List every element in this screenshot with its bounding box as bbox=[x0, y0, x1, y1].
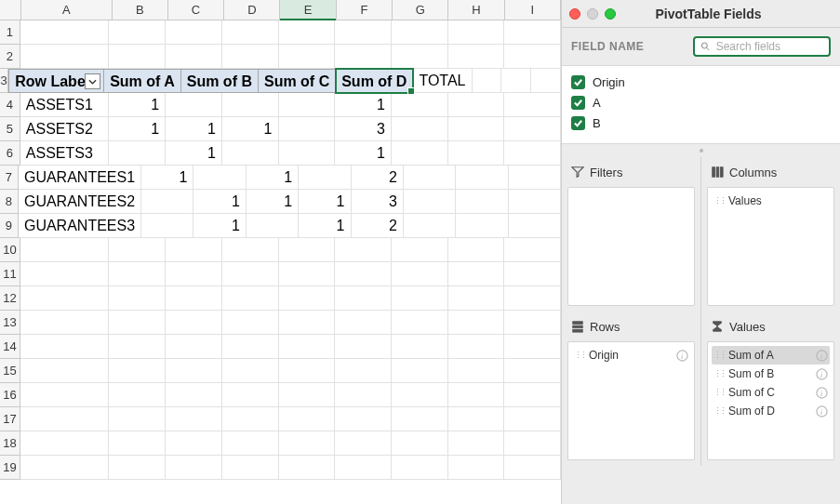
cell-G3[interactable] bbox=[473, 69, 502, 93]
cell-H19[interactable] bbox=[448, 456, 505, 480]
cell-A3[interactable]: Row Labels bbox=[8, 69, 104, 93]
checkbox-icon[interactable] bbox=[571, 116, 585, 130]
cell-E1[interactable] bbox=[279, 20, 336, 45]
cell-B1[interactable] bbox=[109, 20, 166, 45]
cell-D7[interactable]: 1 bbox=[247, 166, 299, 190]
checkbox-icon[interactable] bbox=[571, 96, 585, 110]
cell-C9[interactable]: 1 bbox=[193, 214, 246, 238]
cell-I19[interactable] bbox=[504, 456, 561, 480]
cell-D16[interactable] bbox=[222, 383, 279, 407]
cell-D17[interactable] bbox=[222, 407, 279, 431]
cell-G8[interactable] bbox=[404, 190, 456, 214]
cell-D6[interactable] bbox=[222, 141, 279, 166]
cell-E7[interactable] bbox=[299, 166, 351, 190]
zone-columns[interactable]: Columns ⋮⋮Values bbox=[701, 157, 840, 312]
cell-G2[interactable] bbox=[392, 45, 448, 69]
cell-F11[interactable] bbox=[335, 262, 392, 286]
cell-B12[interactable] bbox=[109, 286, 166, 311]
zone-values[interactable]: Values ⋮⋮Sum of Ai⋮⋮Sum of Bi⋮⋮Sum of Ci… bbox=[701, 312, 840, 466]
cell-G11[interactable] bbox=[392, 262, 448, 286]
cell-F2[interactable] bbox=[335, 45, 392, 69]
cell-F8[interactable]: 3 bbox=[352, 190, 404, 214]
cell-B17[interactable] bbox=[109, 407, 166, 431]
cell-C2[interactable] bbox=[166, 45, 222, 69]
cell-H9[interactable] bbox=[456, 214, 508, 238]
cell-C7[interactable] bbox=[193, 166, 246, 190]
cell-C8[interactable]: 1 bbox=[193, 190, 246, 214]
row-header-9[interactable]: 9 bbox=[0, 214, 19, 238]
cell-E9[interactable]: 1 bbox=[299, 214, 351, 238]
cell-H13[interactable] bbox=[448, 311, 505, 335]
search-input[interactable] bbox=[714, 39, 823, 54]
cell-B7[interactable]: 1 bbox=[141, 166, 193, 190]
row-header-16[interactable]: 16 bbox=[0, 383, 20, 407]
cell-E19[interactable] bbox=[279, 456, 336, 480]
cell-G5[interactable] bbox=[392, 117, 448, 141]
row-header-4[interactable]: 4 bbox=[0, 93, 20, 117]
checkbox-icon[interactable] bbox=[571, 75, 585, 89]
cell-E3[interactable]: Sum of D bbox=[336, 69, 413, 93]
zone-item[interactable]: ⋮⋮Sum of Ai bbox=[712, 346, 830, 365]
cell-I12[interactable] bbox=[504, 286, 561, 311]
cell-A13[interactable] bbox=[20, 311, 110, 335]
cell-F6[interactable]: 1 bbox=[335, 141, 392, 166]
cell-G16[interactable] bbox=[392, 383, 448, 407]
zone-filters-body[interactable] bbox=[567, 187, 695, 306]
cell-I14[interactable] bbox=[504, 335, 561, 359]
cell-I18[interactable] bbox=[504, 431, 561, 456]
cell-E13[interactable] bbox=[279, 311, 336, 335]
cell-E4[interactable] bbox=[279, 93, 336, 117]
cell-H5[interactable] bbox=[448, 117, 505, 141]
cell-C19[interactable] bbox=[166, 456, 222, 480]
cell-G12[interactable] bbox=[392, 286, 448, 311]
cell-B16[interactable] bbox=[109, 383, 166, 407]
cell-H1[interactable] bbox=[448, 20, 505, 45]
cell-A12[interactable] bbox=[20, 286, 110, 311]
cell-D13[interactable] bbox=[222, 311, 279, 335]
cell-B3[interactable]: Sum of A bbox=[104, 69, 181, 93]
zone-item[interactable]: ⋮⋮Sum of Ci bbox=[712, 383, 830, 402]
cell-D2[interactable] bbox=[222, 45, 279, 69]
cell-G7[interactable] bbox=[404, 166, 456, 190]
zone-item[interactable]: ⋮⋮Values bbox=[712, 192, 830, 210]
cell-F4[interactable]: 1 bbox=[335, 93, 392, 117]
cell-E5[interactable] bbox=[279, 117, 336, 141]
cell-F10[interactable] bbox=[335, 238, 392, 262]
field-item-origin[interactable]: Origin bbox=[571, 72, 831, 92]
row-header-11[interactable]: 11 bbox=[0, 262, 20, 286]
cell-I6[interactable] bbox=[504, 141, 561, 166]
cell-B19[interactable] bbox=[109, 456, 166, 480]
cell-C10[interactable] bbox=[166, 238, 222, 262]
zone-values-body[interactable]: ⋮⋮Sum of Ai⋮⋮Sum of Bi⋮⋮Sum of Ci⋮⋮Sum o… bbox=[707, 341, 834, 460]
cell-A2[interactable] bbox=[20, 45, 110, 69]
cell-H6[interactable] bbox=[448, 141, 505, 166]
cell-G13[interactable] bbox=[392, 311, 448, 335]
cell-D5[interactable]: 1 bbox=[222, 117, 279, 141]
cell-F5[interactable]: 3 bbox=[335, 117, 392, 141]
cell-H3[interactable] bbox=[501, 69, 531, 93]
info-icon[interactable]: i bbox=[676, 350, 688, 362]
row-header-12[interactable]: 12 bbox=[0, 286, 20, 311]
cell-A5[interactable]: ASSETS2 bbox=[20, 117, 110, 141]
row-header-14[interactable]: 14 bbox=[0, 335, 20, 359]
zone-rows-body[interactable]: ⋮⋮Origini bbox=[567, 341, 695, 460]
cell-G4[interactable] bbox=[392, 93, 448, 117]
cell-C17[interactable] bbox=[166, 407, 222, 431]
cell-B11[interactable] bbox=[109, 262, 166, 286]
cell-E15[interactable] bbox=[279, 359, 336, 383]
cell-H15[interactable] bbox=[448, 359, 505, 383]
cell-H4[interactable] bbox=[448, 93, 505, 117]
cell-E12[interactable] bbox=[279, 286, 336, 311]
zone-item[interactable]: ⋮⋮Sum of Di bbox=[712, 402, 830, 420]
cell-D8[interactable]: 1 bbox=[247, 190, 299, 214]
cell-C11[interactable] bbox=[166, 262, 222, 286]
cell-H16[interactable] bbox=[448, 383, 505, 407]
cell-G10[interactable] bbox=[392, 238, 448, 262]
cell-D9[interactable] bbox=[247, 214, 299, 238]
cell-C15[interactable] bbox=[166, 359, 222, 383]
cell-I10[interactable] bbox=[504, 238, 561, 262]
col-header-G[interactable]: G bbox=[393, 0, 448, 20]
row-header-5[interactable]: 5 bbox=[0, 117, 20, 141]
info-icon[interactable]: i bbox=[816, 350, 828, 362]
cell-A8[interactable]: GUARANTEES2 bbox=[19, 190, 141, 214]
